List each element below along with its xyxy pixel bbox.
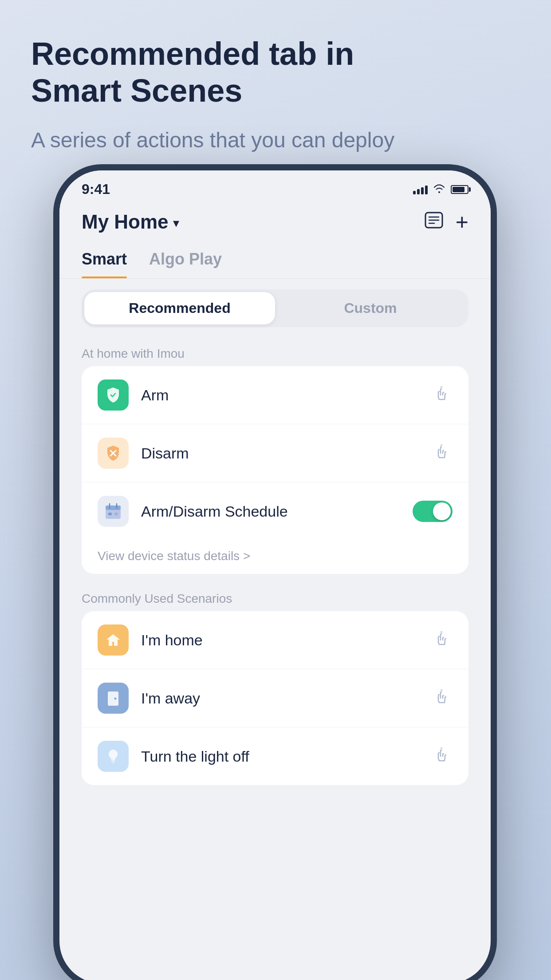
schedule-icon-wrap: [98, 496, 129, 527]
at-home-card: Arm: [82, 366, 468, 574]
chevron-down-icon: ▾: [173, 216, 179, 230]
sub-tab-recommended[interactable]: Recommended: [84, 292, 275, 324]
tab-algo-play[interactable]: Algo Play: [149, 242, 222, 278]
sub-tab-custom[interactable]: Custom: [275, 292, 466, 324]
status-time: 9:41: [82, 181, 110, 198]
common-scenarios-card: I'm home: [82, 611, 468, 785]
page-header: Recommended tab in Smart Scenes A series…: [0, 0, 551, 173]
svg-point-20: [441, 747, 443, 750]
phone-screen: 9:41 My Home: [59, 170, 491, 980]
phone-shell: 9:41 My Home: [53, 164, 497, 980]
content-area: At home with Imou Arm: [59, 338, 491, 807]
disarm-row[interactable]: Disarm: [82, 424, 468, 482]
svg-point-17: [441, 689, 443, 692]
header-actions: +: [425, 211, 468, 233]
svg-point-7: [441, 444, 443, 447]
main-tabs: Smart Algo Play: [59, 242, 491, 279]
view-details-link[interactable]: View device status details >: [82, 540, 468, 574]
sub-tabs: Recommended Custom: [82, 289, 468, 327]
im-away-icon-wrap: [98, 683, 129, 714]
light-off-label: Turn the light off: [141, 748, 430, 765]
arm-row[interactable]: Arm: [82, 366, 468, 424]
tab-smart[interactable]: Smart: [82, 242, 127, 278]
im-home-tap-icon: [430, 629, 453, 651]
door-icon: [104, 689, 122, 707]
svg-point-14: [441, 631, 443, 633]
svg-rect-18: [111, 760, 115, 762]
im-home-row[interactable]: I'm home: [82, 611, 468, 669]
shield-off-icon: [104, 444, 122, 462]
home-selector[interactable]: My Home ▾: [82, 211, 179, 233]
im-away-tap-icon: [430, 687, 453, 709]
schedule-label: Arm/Disarm Schedule: [141, 503, 413, 520]
svg-point-16: [114, 698, 117, 700]
svg-rect-15: [108, 692, 118, 706]
status-bar: 9:41: [59, 170, 491, 202]
disarm-tap-icon: [430, 442, 453, 464]
signal-icon: [413, 185, 428, 194]
im-home-icon-wrap: [98, 624, 129, 656]
bulb-icon: [104, 747, 122, 766]
add-icon[interactable]: +: [456, 211, 468, 233]
home-name: My Home: [82, 211, 169, 233]
disarm-label: Disarm: [141, 445, 430, 462]
section1-label: At home with Imou: [59, 338, 491, 366]
light-off-row[interactable]: Turn the light off: [82, 727, 468, 785]
disarm-icon-wrap: [98, 438, 129, 469]
status-icons: [413, 183, 468, 196]
section2-label: Commonly Used Scenarios: [59, 583, 491, 611]
app-header: My Home ▾ +: [59, 202, 491, 242]
shield-icon: [104, 386, 122, 404]
im-away-label: I'm away: [141, 690, 430, 707]
home-icon: [104, 631, 122, 649]
page-subtitle: A series of actions that you can deploy: [31, 125, 520, 155]
svg-rect-19: [112, 762, 114, 763]
im-away-row[interactable]: I'm away: [82, 669, 468, 727]
svg-rect-9: [106, 506, 121, 510]
arm-label: Arm: [141, 387, 430, 404]
svg-rect-13: [114, 513, 118, 515]
svg-point-4: [441, 386, 443, 388]
wifi-icon: [433, 183, 445, 196]
svg-rect-12: [108, 513, 112, 515]
schedule-icon: [104, 502, 122, 521]
arm-tap-icon: [430, 384, 453, 406]
page-title: Recommended tab in Smart Scenes: [31, 36, 520, 109]
arm-icon-wrap: [98, 379, 129, 411]
schedule-toggle[interactable]: [413, 501, 453, 522]
battery-icon: [451, 185, 468, 194]
im-home-label: I'm home: [141, 632, 430, 649]
list-icon[interactable]: [425, 212, 443, 233]
light-off-icon-wrap: [98, 741, 129, 772]
light-off-tap-icon: [430, 745, 453, 767]
schedule-row[interactable]: Arm/Disarm Schedule: [82, 482, 468, 540]
